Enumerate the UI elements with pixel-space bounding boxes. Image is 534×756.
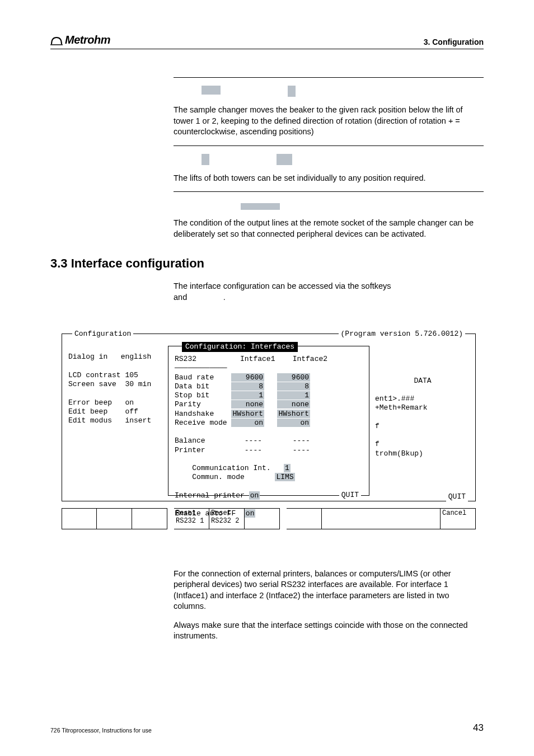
paragraph: Always make sure that the interface sett… <box>174 620 484 642</box>
page-header: Metrohm 3. Configuration <box>50 34 484 49</box>
intro-text: The interface configuration can be acces… <box>174 281 391 290</box>
config-screen: Configuration (Program version 5.726.001… <box>62 311 476 546</box>
rs232-table: RS232 Intface1 Intface2 ──────────── Bau… <box>175 355 327 519</box>
body-column: The sample changer moves the beaker to t… <box>174 77 484 240</box>
body-after: For the connection of external printers,… <box>174 569 484 642</box>
softkey[interactable] <box>62 508 97 529</box>
softkey[interactable] <box>287 508 322 529</box>
left-settings: Dialog in english LCD contrast 105 Scree… <box>68 344 151 425</box>
brand-text: Metrohm <box>65 34 110 46</box>
right-quit: QUIT <box>446 492 468 501</box>
paragraph: For the connection of external printers,… <box>174 569 484 612</box>
intro-text: and <box>174 293 187 302</box>
softkey-cancel[interactable]: Cancel <box>441 508 476 529</box>
placeholder-marks <box>174 86 484 97</box>
softkey[interactable] <box>97 508 132 529</box>
program-version: (Program version 5.726.0012) <box>339 330 465 339</box>
footer-doc-title: 726 Titroprocessor, Instructions for use <box>50 727 152 734</box>
intro-block: The interface configuration can be acces… <box>174 281 484 303</box>
section-heading: 3.3 Interface configuration <box>50 256 484 271</box>
metrohm-icon <box>50 35 63 45</box>
data-title: DATA <box>375 377 470 386</box>
page-footer: 726 Titroprocessor, Instructions for use… <box>50 722 484 734</box>
outer-title: Configuration <box>72 330 133 339</box>
placeholder-marks <box>174 154 484 165</box>
inner-title: Configuration: Interfaces <box>182 342 298 352</box>
paragraph: The sample changer moves the beaker to t… <box>174 105 484 138</box>
placeholder-marks <box>174 200 484 210</box>
softkey-reset-rs232-1[interactable]: Reset RS232 1 <box>174 508 209 529</box>
section-title: 3. Configuration <box>424 37 484 46</box>
paragraph: The lifts of both towers can be set indi… <box>174 173 484 184</box>
softkey[interactable] <box>322 508 441 529</box>
page-number: 43 <box>473 722 484 734</box>
brand-logo: Metrohm <box>50 34 110 46</box>
softkey-row: Reset RS232 1 Reset RS232 2 Cancel <box>62 508 476 529</box>
data-panel: DATA ent1>.### +Meth+Remark f f trohm(Bk… <box>375 358 470 458</box>
softkey-reset-rs232-2[interactable]: Reset RS232 2 <box>209 508 245 529</box>
softkey[interactable] <box>245 508 280 529</box>
softkey[interactable] <box>132 508 167 529</box>
inner-quit: QUIT <box>339 491 361 500</box>
paragraph: The condition of the output lines at the… <box>174 218 484 240</box>
